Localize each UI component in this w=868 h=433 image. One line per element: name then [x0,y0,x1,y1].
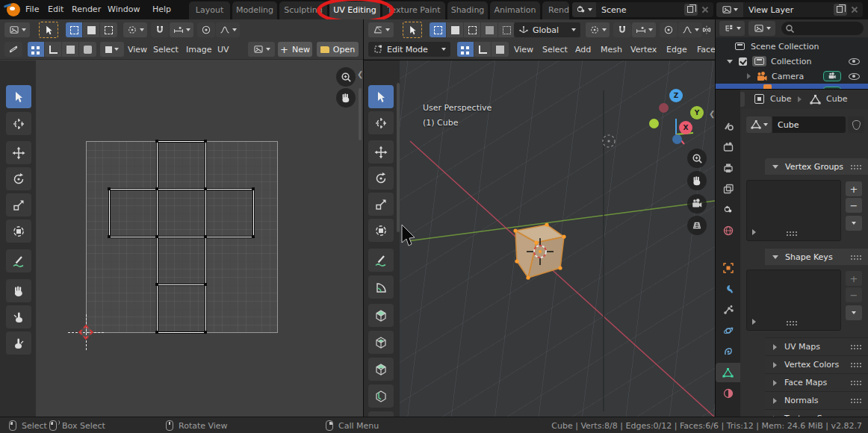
scene-new-copy-button[interactable] [684,4,698,16]
fake-user-button[interactable] [848,116,864,133]
mesh-id-dropdown[interactable] [746,116,772,133]
vp-menu-edge[interactable]: Edge [660,40,694,60]
uv-face-mode[interactable] [62,42,79,57]
uv-vertex[interactable] [108,235,111,238]
scene-unlink-button[interactable] [699,4,711,16]
panel-uv-maps[interactable]: UV Maps [765,337,868,355]
uv-proportional-toggle[interactable] [197,22,215,37]
list-filter-expand-icon[interactable] [752,229,756,235]
uv-edge[interactable] [253,189,254,237]
gizmo-axis-x-neg[interactable] [659,103,669,113]
eye-icon[interactable] [849,73,860,80]
uv-tool-rotate[interactable] [6,167,31,190]
vp-select-box-mode[interactable] [430,22,447,37]
vertex-group-specials-button[interactable] [846,216,862,231]
shape-key-add-button[interactable]: + [846,271,862,286]
vp-tool-rotate[interactable] [368,166,394,190]
face-select-mode[interactable] [492,42,509,57]
uv-vertex[interactable] [155,235,158,238]
outliner-row-camera[interactable]: Camera [716,69,868,84]
region-divider[interactable] [363,19,364,417]
shape-key-remove-button[interactable]: − [846,287,862,302]
tab-output[interactable] [716,158,740,178]
vertex-select-mode[interactable] [457,42,474,57]
panel-grip[interactable] [850,255,862,260]
outliner-display-mode-dropdown[interactable] [748,21,775,36]
uv-pan-button[interactable] [336,88,356,108]
vp-perspective-toggle-button[interactable] [687,216,707,235]
uv-vertex[interactable] [204,140,207,143]
mesh-symmetry-toggle[interactable] [699,22,714,37]
uv-tool-pinch[interactable] [6,331,31,355]
region-divider[interactable] [716,89,868,90]
panel-grip[interactable] [850,164,862,169]
gizmo-axis-z-neg[interactable] [672,134,682,144]
uv-vertex[interactable] [204,283,207,286]
tab-constraints[interactable] [716,342,740,361]
vp-camera-view-button[interactable] [687,194,707,214]
menu-window[interactable]: Window [102,0,146,19]
shape-key-specials-button[interactable] [846,305,862,320]
vp-region-collapse-arrow[interactable]: ❮ [709,110,715,118]
vp-menu-face[interactable]: Face [690,40,715,60]
blender-logo-icon[interactable] [7,3,20,16]
vp-select-intersect-mode[interactable] [498,22,515,37]
workspace-tab-rendering[interactable]: Rendering [542,1,569,19]
vp-tool-scale[interactable] [368,193,394,216]
workspace-tab-uv-editing[interactable]: UV Editing [329,1,380,19]
gizmo-axis-y[interactable]: Y [690,106,704,119]
menu-help[interactable]: Help [146,0,177,19]
uv-tool-grab[interactable] [6,279,31,302]
viewport-canvas[interactable]: User Perspective (1) Cube Z Y X ❮ [364,60,715,417]
tab-material[interactable] [716,384,740,403]
uv-vertex[interactable] [155,283,158,286]
vp-tool-extrude-region[interactable] [368,304,394,327]
workspace-tab-texture-paint[interactable]: Texture Paint [382,1,445,19]
panel-normals[interactable]: Normals [765,391,868,409]
uv-editor-type-dropdown[interactable] [4,22,30,37]
vp-tool-bevel[interactable] [368,358,394,381]
uv-select-box-mode[interactable] [66,22,83,37]
panel-vertex-colors[interactable]: Vertex Colors [765,355,868,373]
panel-grip[interactable] [850,398,862,403]
workspace-tab-modeling[interactable]: Modeling [232,1,277,19]
vp-tool-measure[interactable] [368,275,394,299]
uv-menu-uv[interactable]: UV [211,40,236,60]
shape-keys-list[interactable] [746,270,841,331]
view-layer-remove-button[interactable] [849,4,861,16]
vp-select-difference-mode[interactable] [481,22,498,37]
uv-falloff-dropdown[interactable] [216,22,240,37]
uv-select-subtract-mode[interactable] [100,22,117,37]
uv-vertex[interactable] [204,187,207,190]
tab-particles[interactable] [716,300,740,320]
uv-edge[interactable] [157,332,205,333]
tab-scene[interactable] [716,200,740,219]
view-layer-name[interactable]: View Layer [743,5,834,15]
vp-tool-move[interactable] [368,140,394,163]
gizmo-axis-z[interactable]: Z [669,89,683,102]
vp-tool-transform[interactable] [368,219,394,242]
uv-region-collapse-arrow[interactable]: ❮ [357,70,363,78]
eye-icon[interactable] [849,58,860,65]
uv-open-image-button[interactable]: Open [317,42,359,57]
vp-tool-loop-cut[interactable] [368,384,394,408]
vertex-group-remove-button[interactable]: − [846,198,862,213]
outliner-row-collection[interactable]: Collection [716,54,868,69]
workspace-tab-sculpting[interactable]: Sculpting [279,1,327,19]
panel-grip[interactable] [850,344,862,349]
tab-tool[interactable] [716,116,740,136]
vp-menu-vertex[interactable]: Vertex [624,40,663,60]
panel-header-shape-keys[interactable]: Shape Keys [765,249,868,265]
vp-snap-toggle[interactable] [613,22,631,37]
vp-select-extend-mode[interactable] [447,22,464,37]
uv-edge[interactable] [157,141,205,142]
menu-render[interactable]: Render [66,0,107,19]
uv-zoom-button[interactable] [336,67,356,87]
uv-vertex[interactable] [108,187,111,190]
uv-edge[interactable] [109,237,253,237]
uv-pivot-dropdown[interactable] [123,22,147,37]
list-filter-expand-icon[interactable] [752,319,756,325]
vp-tool-inset-faces[interactable] [368,331,394,354]
uv-edge[interactable] [109,189,110,237]
uv-vertex[interactable] [155,140,158,143]
